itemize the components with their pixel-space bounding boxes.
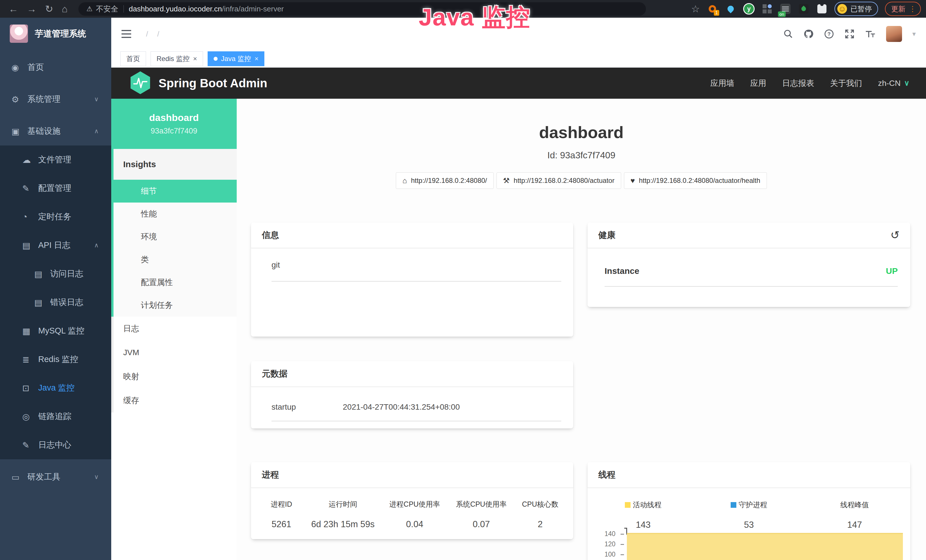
extension-y-icon[interactable]: y	[743, 3, 755, 15]
sidebar-item[interactable]: ▤ 访问日志	[0, 260, 111, 288]
bookmark-star-icon[interactable]: ☆	[691, 3, 700, 15]
sba-nav-about[interactable]: 关于我们	[830, 78, 862, 89]
instance-menu-item[interactable]: 日志	[113, 317, 237, 341]
update-button[interactable]: 更新 ⋮	[885, 2, 921, 16]
instance-menu-item[interactable]: 映射	[113, 365, 237, 389]
reload-button[interactable]: ↻	[45, 3, 53, 15]
timer-icon: ◔	[22, 212, 38, 222]
sba-header: Spring Boot Admin 应用墙 应用 日志报表 关于我们 zh-CN…	[111, 68, 926, 99]
instance-menu-item[interactable]: 环境	[113, 226, 237, 248]
sba-brand[interactable]: Spring Boot Admin	[159, 76, 267, 90]
sba-nav-journal[interactable]: 日志报表	[782, 78, 814, 89]
sidebar-item[interactable]: ⊡ Java 监控	[0, 374, 111, 402]
instance-link-button[interactable]: ⚒ http://192.168.0.2:48080/actuator	[496, 172, 621, 189]
tab[interactable]: Redis 监控 ×	[151, 51, 203, 66]
sidebar-item[interactable]: ≣ Redis 监控	[0, 345, 111, 374]
instance-menu-item[interactable]: 计划任务	[113, 294, 237, 317]
sidebar-item[interactable]: ▦ MySQL 监控	[0, 317, 111, 345]
extension-leaf-icon[interactable]	[798, 3, 809, 15]
instance-menu-item[interactable]: 缓存	[113, 389, 237, 413]
sidebar-item[interactable]: ▭ 研发工具 ∨	[0, 463, 111, 491]
annotation-text: Java 监控	[419, 1, 530, 34]
log-center-icon: ✎	[22, 440, 38, 450]
extension-pin-icon[interactable]	[725, 3, 736, 15]
sidebar-item[interactable]: ▣ 基础设施 ∧	[0, 117, 111, 145]
browser-home-button[interactable]: ⌂	[62, 3, 68, 15]
history-icon[interactable]: ↺	[890, 229, 899, 241]
sidebar-item[interactable]: ☁ 文件管理	[0, 145, 111, 174]
sidebar-item-label: 链路追踪	[38, 411, 71, 422]
legend-swatch	[731, 502, 736, 508]
tab[interactable]: Java 监控 ×	[207, 51, 264, 66]
help-icon[interactable]: ?	[824, 29, 834, 39]
instance-menu-item[interactable]: 类	[113, 248, 237, 271]
instance-header[interactable]: dashboard 93a3fc7f7409	[111, 99, 237, 149]
sidebar-item-label: 首页	[27, 62, 44, 73]
instance-id: 93a3fc7f7409	[151, 127, 197, 136]
instance-link-button[interactable]: ♥ http://192.168.0.2:48080/actuator/heal…	[624, 172, 767, 189]
sidebar-item[interactable]: ◉ 首页	[0, 53, 111, 82]
log-icon: ▤	[22, 241, 38, 250]
app-logo[interactable]: 芋道管理系统	[0, 18, 111, 50]
language-select[interactable]: zh-CN ∨	[878, 79, 909, 88]
cloud-upload-icon: ☁	[22, 155, 38, 165]
insights-section-label[interactable]: Insights	[113, 149, 237, 180]
sidebar-item[interactable]: ✎ 配置管理	[0, 174, 111, 203]
sba-logo-icon[interactable]	[130, 71, 151, 96]
threads-card-title: 线程	[587, 462, 910, 487]
sidebar-item[interactable]: ▤ API 日志 ∧	[0, 231, 111, 260]
extension-list-icon[interactable]: on	[780, 3, 791, 15]
instance-link-button[interactable]: ⌂ http://192.168.0.2:48080/	[396, 172, 494, 189]
tab[interactable]: 首页	[120, 51, 146, 66]
instance-menu-item[interactable]: 细节	[113, 180, 237, 203]
extension-orange-icon[interactable]: 1	[707, 3, 718, 15]
breadcrumb	[141, 29, 164, 38]
process-column-header: 进程ID	[259, 499, 304, 509]
instance-menu-item[interactable]: 配置属性	[113, 271, 237, 294]
health-row[interactable]: Instance UP	[605, 266, 898, 287]
user-avatar[interactable]	[886, 26, 902, 42]
page-subtitle: Id: 93a3fc7f7409	[237, 150, 926, 160]
gear-icon: ⚙	[11, 94, 27, 104]
sidebar-item[interactable]: ▤ 错误日志	[0, 288, 111, 317]
app-sidebar: 芋道管理系统 ◉ 首页 ⚙ 系统管理 ∨ ▣ 基础设施 ∧ ☁ 文件管理 ✎ 配…	[0, 18, 111, 560]
svg-text:?: ?	[827, 31, 831, 37]
github-icon[interactable]	[803, 29, 814, 39]
home-icon: ⌂	[402, 176, 407, 185]
process-column: CPU核心数 2	[514, 499, 566, 530]
sidebar-item-label: 配置管理	[38, 183, 71, 194]
collapse-sidebar-icon[interactable]	[121, 30, 131, 38]
close-icon[interactable]: ×	[254, 55, 259, 63]
chevron-icon: ∨	[94, 473, 99, 481]
search-icon[interactable]	[784, 29, 793, 39]
sba-nav: 应用墙 应用 日志报表 关于我们 zh-CN ∨	[710, 78, 909, 89]
info-git-row: git	[271, 260, 561, 282]
breadcrumb-item[interactable]	[141, 29, 153, 38]
sidebar-item[interactable]: ◔ 定时任务	[0, 203, 111, 231]
more-menu-icon[interactable]: ⋮	[909, 5, 916, 14]
profile-paused-pill[interactable]: ☺ 已暂停	[834, 2, 878, 16]
extensions-puzzle-icon[interactable]	[816, 3, 828, 15]
wrench-icon: ⚒	[503, 176, 510, 185]
font-size-icon[interactable]	[865, 29, 876, 39]
sidebar-item[interactable]: ◎ 链路追踪	[0, 402, 111, 431]
address-bar[interactable]: ⚠ 不安全 dashboard.yudao.iocoder.cn /infra/…	[79, 2, 646, 16]
user-menu-caret-icon[interactable]: ▾	[912, 30, 916, 38]
instance-menu-label: 细节	[141, 186, 157, 197]
back-button[interactable]: ←	[9, 3, 18, 15]
sidebar-item[interactable]: ✎ 日志中心	[0, 431, 111, 459]
sba-nav-wall[interactable]: 应用墙	[710, 78, 734, 89]
breadcrumb-item[interactable]	[153, 29, 164, 38]
fullscreen-icon[interactable]	[844, 29, 855, 39]
legend-value: 53	[696, 520, 802, 530]
instance-menu-item[interactable]: 性能	[113, 203, 237, 226]
close-icon[interactable]: ×	[193, 55, 197, 63]
sba-nav-applications[interactable]: 应用	[750, 78, 766, 89]
extension-grid-icon[interactable]	[761, 3, 773, 15]
sidebar-item[interactable]: ⚙ 系统管理 ∨	[0, 85, 111, 114]
active-threads-area	[627, 533, 903, 560]
process-column-value: 0.07	[448, 519, 515, 530]
instance-menu-item[interactable]: JVM	[113, 341, 237, 365]
instance-links: ⌂ http://192.168.0.2:48080/ ⚒ http://192…	[237, 172, 926, 189]
forward-button[interactable]: →	[27, 3, 36, 15]
